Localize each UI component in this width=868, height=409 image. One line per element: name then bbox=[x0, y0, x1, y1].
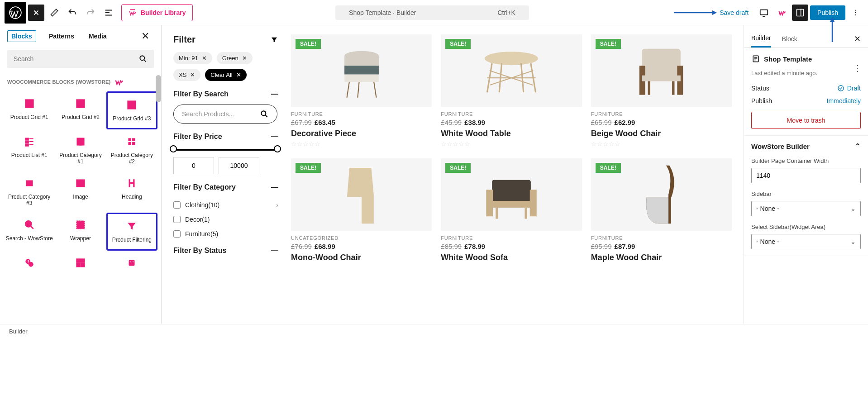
svg-line-40 bbox=[374, 82, 376, 98]
category-row[interactable]: Decor(1) bbox=[173, 212, 278, 227]
price-slider[interactable] bbox=[173, 149, 277, 151]
chevron-up-icon[interactable]: ⌃ bbox=[855, 142, 861, 150]
svg-rect-4 bbox=[797, 9, 804, 16]
block-search-input[interactable]: Search bbox=[7, 50, 154, 68]
svg-point-33 bbox=[133, 262, 134, 262]
checkbox[interactable] bbox=[173, 216, 181, 223]
settings-panel-toggle[interactable] bbox=[792, 5, 808, 21]
more-menu-icon[interactable]: ⋮ bbox=[847, 5, 863, 21]
block-wrapper[interactable]: Wrapper bbox=[55, 213, 106, 251]
scrollbar[interactable] bbox=[156, 75, 161, 102]
document-icon bbox=[751, 54, 760, 63]
category-row[interactable]: Furniture(5) bbox=[173, 227, 278, 241]
block-search-wowstore[interactable]: Search - WowStore bbox=[4, 213, 55, 251]
shortcut-hint: Ctrl+K bbox=[497, 9, 515, 16]
container-width-input[interactable] bbox=[751, 168, 861, 183]
close-icon[interactable]: ✕ bbox=[141, 30, 149, 42]
blocks-section-title: WOOCOMMERCE BLOCKS (WOWSTORE) bbox=[7, 79, 110, 85]
product-card[interactable]: SALE! UNCATEGORIZED £76.99£68.99 Mono-Wo… bbox=[291, 158, 432, 262]
block-inserter-panel: Blocks Patterns Media ✕ Search WOOCOMMER… bbox=[0, 25, 162, 324]
tab-media[interactable]: Media bbox=[87, 30, 109, 43]
collapse-icon[interactable]: — bbox=[271, 133, 278, 141]
breadcrumb-footer: Builder bbox=[0, 324, 868, 338]
price-min-input[interactable] bbox=[173, 157, 214, 174]
checkbox[interactable] bbox=[173, 201, 181, 209]
redo-icon[interactable] bbox=[82, 5, 99, 21]
builder-library-button[interactable]: Builder Library bbox=[121, 4, 193, 21]
filter-icon bbox=[270, 36, 278, 44]
block-product-list-1[interactable]: Product List #1 bbox=[4, 129, 55, 171]
block-product-category-1[interactable]: Product Category #1 bbox=[55, 129, 106, 171]
tab-builder[interactable]: Builder bbox=[751, 30, 771, 48]
block-product-grid-3[interactable]: Product Grid #3 bbox=[106, 91, 157, 129]
svg-rect-38 bbox=[344, 75, 379, 82]
tab-patterns[interactable]: Patterns bbox=[47, 30, 76, 43]
product-card[interactable]: SALE! FURNITURE £85.99£78.99 White Wood … bbox=[441, 158, 582, 262]
svg-rect-29 bbox=[76, 263, 80, 267]
edit-icon[interactable] bbox=[46, 5, 62, 21]
block-extra-1[interactable]: $ bbox=[4, 251, 55, 275]
status-link[interactable]: Draft bbox=[837, 85, 861, 92]
rating-stars: ☆☆☆☆☆ bbox=[291, 140, 432, 147]
settings-sidebar: Builder Block ✕ Shop Template ⋮ Last edi… bbox=[744, 25, 868, 324]
sidebar-select[interactable]: - None -⌄ bbox=[751, 201, 861, 216]
svg-rect-14 bbox=[77, 138, 84, 145]
slider-handle-min[interactable] bbox=[170, 145, 177, 152]
blocks-grid: Product Grid #1 Product Grid #2 Product … bbox=[0, 87, 161, 280]
category-row[interactable]: Clothing(10)› bbox=[173, 198, 278, 212]
collapse-icon[interactable]: — bbox=[271, 247, 278, 255]
svg-point-21 bbox=[79, 181, 80, 182]
block-product-category-2[interactable]: Product Category #2 bbox=[106, 129, 157, 171]
preview-icon[interactable] bbox=[756, 5, 772, 21]
product-card[interactable]: SALE! FURNITURE £67.99£63.45 Decorative … bbox=[291, 34, 432, 147]
collapse-icon[interactable]: — bbox=[271, 183, 278, 191]
document-title-bar[interactable]: Shop Template · Builder Ctrl+K bbox=[335, 5, 529, 20]
block-product-category-3[interactable]: Product Category #3 bbox=[4, 171, 55, 213]
publish-button[interactable]: Publish bbox=[810, 5, 845, 20]
rating-stars: ☆☆☆☆☆ bbox=[591, 140, 732, 147]
block-heading[interactable]: Heading bbox=[106, 171, 157, 213]
outline-icon[interactable] bbox=[100, 5, 117, 21]
checkbox[interactable] bbox=[173, 230, 181, 238]
top-toolbar: Builder Library Shop Template · Builder … bbox=[0, 0, 868, 25]
wowstore-icon[interactable] bbox=[774, 5, 790, 21]
search-icon bbox=[260, 109, 269, 119]
close-icon[interactable]: ✕ bbox=[854, 34, 861, 44]
publish-time-link[interactable]: Immediately bbox=[827, 97, 861, 105]
tab-blocks[interactable]: Blocks bbox=[7, 30, 36, 42]
svg-rect-28 bbox=[76, 259, 84, 262]
product-card[interactable]: SALE! FURNITURE £95.99£87.99 Maple Wood … bbox=[591, 158, 732, 262]
svg-rect-37 bbox=[344, 66, 379, 74]
last-edited-text: Last edited a minute ago. bbox=[751, 70, 861, 76]
clear-all-chip[interactable]: Clear All✕ bbox=[205, 69, 246, 81]
svg-rect-36 bbox=[344, 56, 379, 66]
block-image[interactable]: Image bbox=[55, 171, 106, 213]
filter-chip[interactable]: Green✕ bbox=[217, 52, 253, 64]
widget-area-select[interactable]: - None -⌄ bbox=[751, 234, 861, 249]
wordpress-logo[interactable] bbox=[5, 2, 26, 24]
chevron-right-icon[interactable]: › bbox=[276, 201, 278, 209]
product-search-input[interactable]: Search Products... bbox=[173, 105, 277, 124]
block-product-grid-1[interactable]: Product Grid #1 bbox=[4, 91, 55, 129]
more-menu-icon[interactable]: ⋮ bbox=[854, 63, 862, 73]
move-to-trash-button[interactable]: Move to trash bbox=[751, 112, 861, 129]
svg-point-65 bbox=[838, 86, 844, 91]
block-extra-3[interactable] bbox=[106, 251, 157, 275]
product-card[interactable]: SALE! FURNITURE £45.99£38.99 White Wood … bbox=[441, 34, 582, 147]
product-card[interactable]: SALE! FURNITURE £65.99£62.99 Beige Wood … bbox=[591, 34, 732, 147]
save-draft-link[interactable]: Save draft bbox=[720, 9, 749, 16]
price-max-input[interactable] bbox=[219, 157, 259, 174]
filter-chip[interactable]: Min: 91✕ bbox=[173, 52, 212, 64]
filter-chip[interactable]: XS✕ bbox=[173, 69, 200, 81]
undo-icon[interactable] bbox=[64, 5, 81, 21]
block-product-grid-2[interactable]: Product Grid #2 bbox=[55, 91, 106, 129]
slider-handle-max[interactable] bbox=[274, 145, 281, 152]
svg-rect-18 bbox=[132, 142, 135, 145]
collapse-icon[interactable]: — bbox=[271, 90, 278, 98]
block-product-filtering[interactable]: Product Filtering bbox=[106, 213, 157, 251]
svg-point-32 bbox=[130, 262, 131, 262]
close-button[interactable] bbox=[28, 5, 44, 21]
builder-library-label: Builder Library bbox=[141, 9, 186, 16]
tab-block[interactable]: Block bbox=[782, 31, 797, 47]
block-extra-2[interactable] bbox=[55, 251, 106, 275]
